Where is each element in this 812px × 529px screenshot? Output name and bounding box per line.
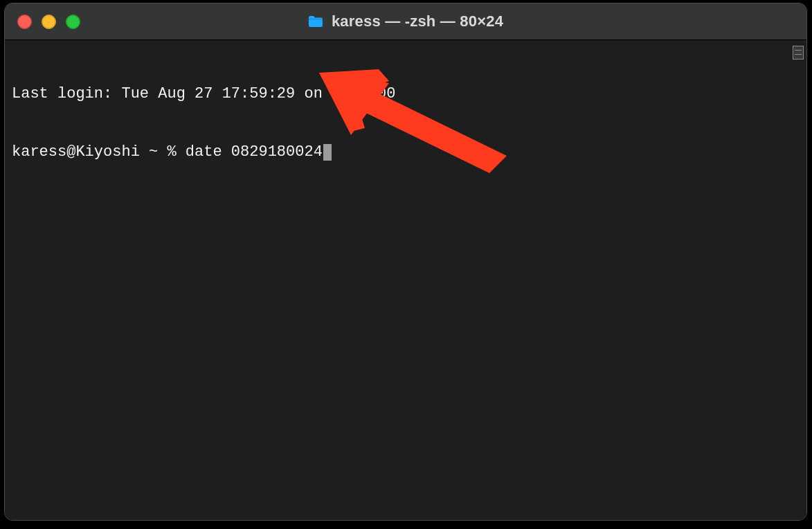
folder-icon [308,15,323,28]
traffic-lights [17,15,80,29]
scrollbar-track[interactable] [791,40,806,521]
text-cursor [323,144,332,161]
last-login-line: Last login: Tue Aug 27 17:59:29 on ttys0… [12,84,800,104]
minimize-button[interactable] [42,15,56,29]
window-title: karess — -zsh — 80×24 [332,12,503,30]
window-title-group: karess — -zsh — 80×24 [308,12,503,30]
terminal-window: karess — -zsh — 80×24 Last login: Tue Au… [4,3,807,521]
close-button[interactable] [17,15,32,29]
prompt-text: karess@Kiyoshi ~ % [12,143,186,162]
terminal-area[interactable]: Last login: Tue Aug 27 17:59:29 on ttys0… [5,40,806,521]
last-login-text: Last login: Tue Aug 27 17:59:29 on ttys0… [12,84,396,104]
prompt-line[interactable]: karess@Kiyoshi ~ % date 0829180024 [12,143,800,162]
titlebar: karess — -zsh — 80×24 [5,3,806,40]
scroll-indicator-icon[interactable] [793,46,804,60]
command-text: date 0829180024 [186,143,323,162]
zoom-button[interactable] [66,15,80,29]
